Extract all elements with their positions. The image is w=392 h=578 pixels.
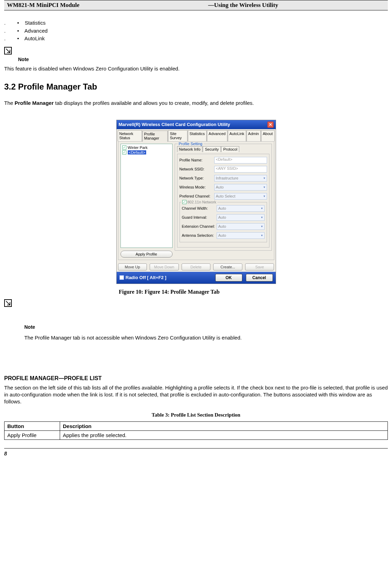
dialog-body: Winter Park <Default> Apply Profile Prof… bbox=[118, 141, 274, 260]
note-label: Note bbox=[18, 57, 388, 62]
subsection-heading: PROFILE MANAGER—PROFILE LIST bbox=[4, 375, 388, 382]
create-button[interactable]: Create... bbox=[213, 263, 242, 270]
profile-row[interactable]: <Default> bbox=[122, 150, 171, 154]
inner-tab-protocol[interactable]: Protocol bbox=[221, 146, 239, 152]
preferred-channel-select[interactable]: Auto Select▾ bbox=[214, 193, 267, 200]
window-title: Marvell(R) Wireless Client Card Configur… bbox=[119, 122, 267, 127]
figure-caption: Figure 10: Figure 14: Profile Manager Ta… bbox=[119, 289, 388, 295]
channel-width-select[interactable]: Auto▾ bbox=[217, 205, 265, 212]
button-row: Move Up Move Down Delete Create... Save bbox=[118, 263, 274, 270]
channel-width-value: Auto bbox=[218, 206, 226, 210]
table-header-row: Button Description bbox=[5, 422, 388, 431]
bullet-item: . • Statistics bbox=[4, 19, 388, 27]
profile-row[interactable]: Winter Park bbox=[122, 145, 171, 150]
radio-off-checkbox[interactable]: Radio Off [ Alt+F2 ] bbox=[119, 275, 212, 280]
tab-admin[interactable]: Admin bbox=[247, 130, 261, 141]
profile-list[interactable]: Winter Park <Default> bbox=[120, 144, 173, 248]
delete-button[interactable]: Delete bbox=[182, 263, 211, 270]
antenna-selection-value: Auto bbox=[218, 233, 226, 237]
bullet-item: . • Advanced bbox=[4, 27, 388, 35]
table-cell-button: Apply Profile bbox=[5, 431, 60, 440]
profile-list-table: Button Description Apply Profile Applies… bbox=[4, 421, 388, 440]
tab-advanced[interactable]: Advanced bbox=[207, 130, 227, 141]
tab-statistics[interactable]: Statistics bbox=[188, 130, 207, 141]
page-footer: 8 bbox=[4, 448, 388, 457]
inner-tabs: Network Info Security Protocol bbox=[177, 146, 269, 152]
tab-site-survey[interactable]: Site Survey bbox=[168, 130, 187, 141]
header-left: WM821-M MiniPCI Module bbox=[7, 2, 184, 9]
antenna-selection-label: Antenna Selection: bbox=[182, 233, 217, 237]
chevron-down-icon: ▾ bbox=[264, 194, 265, 198]
profile-name-selected: <Default> bbox=[128, 150, 147, 154]
note-text-2: The Profile Manager tab is not accessibl… bbox=[24, 335, 388, 341]
close-icon[interactable]: ✕ bbox=[267, 122, 274, 128]
note-block-2-icon bbox=[4, 299, 388, 307]
chevron-down-icon: ▾ bbox=[261, 207, 263, 210]
section-heading: 3.2 Profile Manager Tab bbox=[4, 82, 388, 92]
wireless-mode-value: Auto bbox=[216, 185, 224, 189]
network-ssid-input[interactable]: <ANY SSID> bbox=[214, 166, 267, 173]
tab-about[interactable]: About bbox=[261, 130, 275, 141]
network-ssid-label: Network SSID: bbox=[180, 167, 214, 171]
main-tabs: Network Status Profile Manager Site Surv… bbox=[117, 129, 276, 141]
profile-setting-label: Profile Setting bbox=[178, 142, 203, 146]
80211n-fieldset: 802.11n Network Channel Width:Auto▾ Guar… bbox=[180, 202, 267, 242]
extension-channel-select[interactable]: Auto▾ bbox=[217, 223, 265, 230]
tab-network-status[interactable]: Network Status bbox=[118, 130, 142, 141]
header-right: —Using the Wireless Utility bbox=[184, 2, 385, 9]
guard-interval-value: Auto bbox=[218, 215, 226, 219]
cancel-button[interactable]: Cancel bbox=[246, 274, 273, 282]
note-text-1: This feature is disabled when Windows Ze… bbox=[4, 66, 388, 72]
note-arrow-icon bbox=[4, 299, 12, 307]
bullet-label: Advanced bbox=[24, 28, 48, 34]
80211n-checkbox[interactable] bbox=[182, 200, 186, 204]
preferred-channel-label: Prefered Channel: bbox=[180, 194, 214, 198]
tab-profile-manager[interactable]: Profile Manager bbox=[142, 131, 168, 142]
intro-bold: Profile Manager bbox=[15, 100, 54, 106]
network-type-select[interactable]: Infrastructure▾ bbox=[214, 175, 267, 182]
profile-name-input[interactable]: <Default> bbox=[214, 157, 267, 164]
bullet-item: . • AutoLink bbox=[4, 35, 388, 43]
channel-width-label: Channel Width: bbox=[182, 206, 217, 210]
inner-tab-security[interactable]: Security bbox=[203, 146, 221, 152]
screenshot-window: Marvell(R) Wireless Client Card Configur… bbox=[116, 120, 276, 284]
table-cell-description: Applies the profile selected. bbox=[60, 431, 388, 440]
move-down-button[interactable]: Move Down bbox=[150, 263, 179, 270]
radio-off-label: Radio Off [ Alt+F2 ] bbox=[126, 275, 167, 280]
network-type-label: Network Type: bbox=[180, 176, 214, 180]
profile-checkbox[interactable] bbox=[122, 150, 126, 154]
save-button[interactable]: Save bbox=[245, 263, 274, 270]
profile-checkbox[interactable] bbox=[122, 145, 126, 150]
profile-name-label: Profile Name: bbox=[180, 158, 214, 162]
guard-interval-select[interactable]: Auto▾ bbox=[217, 214, 265, 221]
wireless-mode-select[interactable]: Auto▾ bbox=[214, 184, 267, 191]
bullet-label: Statistics bbox=[25, 20, 45, 26]
preferred-channel-value: Auto Select bbox=[216, 194, 235, 198]
wireless-mode-label: Wireless Mode: bbox=[180, 185, 214, 189]
ok-button[interactable]: OK bbox=[215, 274, 242, 282]
bullet-list: . • Statistics . • Advanced . • AutoLink bbox=[4, 19, 388, 43]
apply-profile-button[interactable]: Apply Profile bbox=[120, 251, 173, 258]
table-header-description: Description bbox=[60, 422, 388, 431]
table-header-button: Button bbox=[5, 422, 60, 431]
caption-title: Figure 14: Profile Manager Tab bbox=[144, 289, 219, 295]
section-intro: The Profile Manager tab displays the pro… bbox=[4, 100, 388, 106]
note-block-1: Note bbox=[4, 47, 388, 62]
profile-setting-fieldset: Profile Setting Network Info Security Pr… bbox=[175, 144, 272, 251]
chevron-down-icon: ▾ bbox=[261, 216, 263, 219]
intro-suffix: tab displays the profiles available and … bbox=[54, 100, 254, 106]
tab-autolink[interactable]: AutoLink bbox=[228, 130, 246, 141]
guard-interval-label: Guard Interval: bbox=[182, 215, 217, 219]
caption-prefix: Figure 10: bbox=[119, 289, 144, 295]
table-row: Apply Profile Applies the profile select… bbox=[5, 431, 388, 440]
figure-wrap: Marvell(R) Wireless Client Card Configur… bbox=[4, 120, 388, 284]
inner-tab-network-info[interactable]: Network Info bbox=[177, 146, 203, 152]
ok-cancel-group: OK Cancel bbox=[215, 274, 273, 282]
checkbox-icon[interactable] bbox=[119, 275, 124, 280]
chevron-down-icon: ▾ bbox=[264, 185, 265, 189]
move-up-button[interactable]: Move Up bbox=[118, 263, 147, 270]
extension-channel-label: Extension Channel: bbox=[182, 224, 217, 228]
table-caption: Table 3: Profile List Section Descriptio… bbox=[4, 412, 388, 418]
antenna-selection-select[interactable]: Auto▾ bbox=[217, 232, 265, 239]
80211n-label: 802.11n Network bbox=[181, 200, 217, 204]
